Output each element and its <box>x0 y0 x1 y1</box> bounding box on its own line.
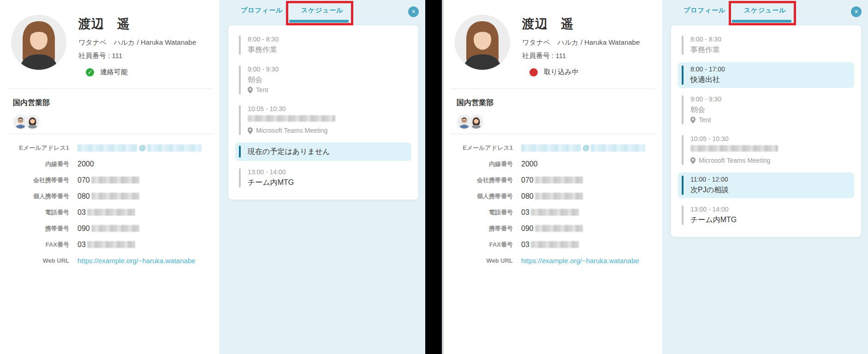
schedule-item-time: 9:00 - 9:30 <box>248 65 279 73</box>
schedule-item-time: 9:00 - 9:30 <box>690 95 721 103</box>
field-label: 会社携帯番号 <box>0 176 69 184</box>
schedule-item-bar <box>682 65 684 85</box>
person-furigana: ワタナベ ハルカ / Haruka Watanabe <box>522 38 640 47</box>
schedule-item: 10:05 - 10:30Microsoft Teams Meeting <box>235 102 411 138</box>
field-value: 2000 <box>77 160 94 168</box>
schedule-item-content: 11:00 - 12:00次PJの相談 <box>690 176 729 195</box>
schedule-item-content: 9:00 - 9:30朝会Tent <box>690 95 721 124</box>
annotation-box <box>729 1 796 25</box>
profile-field-row: FAX番号03 <box>0 236 220 253</box>
member-avatar[interactable] <box>469 114 484 130</box>
schedule-item-time: 13:00 - 14:00 <box>248 168 294 176</box>
schedule-item: 11:00 - 12:00次PJの相談 <box>678 172 854 198</box>
field-value-prefix: 070 <box>77 176 90 184</box>
person-name: 渡辺 遥 <box>522 16 640 32</box>
schedule-item-bar <box>682 95 684 124</box>
field-label: 内線番号 <box>444 160 513 168</box>
field-label: Web URL <box>0 257 69 264</box>
at-sign: @ <box>139 144 146 152</box>
schedule-item-title: チーム内MTG <box>690 214 737 225</box>
schedule-section: プロフィール スケジュール ✕ 8:00 - 8:30事務作業9:00 - 9:… <box>220 0 425 354</box>
profile-fields: Eメールアドレス1@内線番号2000会社携帯番号070個人携帯番号080電話番号… <box>0 140 220 269</box>
schedule-item-content: 8:00 - 8:30事務作業 <box>248 35 279 55</box>
schedule-item-title: チーム内MTG <box>248 177 294 188</box>
profile-field-row: Web URLhttps://example.org/~haruka.watan… <box>0 253 220 269</box>
field-value-prefix: 090 <box>77 224 90 233</box>
field-label: Eメールアドレス1 <box>0 144 69 152</box>
location-pin-icon <box>690 117 696 124</box>
tab-profile[interactable]: プロフィール <box>684 6 726 15</box>
contact-card-available: 渡辺 遥 ワタナベ ハルカ / Haruka Watanabe 社員番号 : 1… <box>0 0 425 354</box>
member-photo-woman <box>470 115 483 129</box>
field-value: 2000 <box>521 160 538 168</box>
field-value: 03 <box>521 208 579 217</box>
schedule-item-bar <box>682 176 684 195</box>
schedule-item-location: Tent <box>256 86 268 94</box>
identity-block: 渡辺 遥 ワタナベ ハルカ / Haruka Watanabe 社員番号 : 1… <box>78 15 196 77</box>
profile-field-row: 会社携帯番号070 <box>444 172 662 188</box>
department-members <box>457 114 649 130</box>
schedule-item-bar <box>239 35 241 55</box>
field-value: 03 <box>77 208 135 217</box>
redacted-number <box>91 225 139 232</box>
department-members <box>13 114 207 130</box>
redacted-number <box>535 177 583 183</box>
redacted-email-local <box>77 144 137 152</box>
screen: 渡辺 遥 ワタナベ ハルカ / Haruka Watanabe 社員番号 : 1… <box>0 0 868 354</box>
profile-fields: Eメールアドレス1@内線番号2000会社携帯番号070個人携帯番号080電話番号… <box>444 140 662 269</box>
redacted-number <box>535 225 583 232</box>
schedule-section: プロフィール スケジュール ✕ 8:00 - 8:30事務作業8:00 - 17… <box>662 0 868 354</box>
web-url-link[interactable]: https://example.org/~haruka.watanabe <box>521 257 639 265</box>
person-name: 渡辺 遥 <box>78 16 196 32</box>
department-section: 国内営業部 <box>444 89 662 130</box>
field-value: 080 <box>77 192 139 201</box>
field-label: 個人携帯番号 <box>444 192 513 201</box>
profile-avatar <box>11 15 66 70</box>
schedule-item: 8:00 - 8:30事務作業 <box>678 32 854 58</box>
schedule-item-location: Tent <box>699 116 711 124</box>
schedule-item: 現在の予定はありません <box>235 142 411 161</box>
schedule-item: 9:00 - 9:30朝会Tent <box>235 62 411 98</box>
redacted-schedule-title <box>248 115 335 122</box>
schedule-item-title: 朝会 <box>248 74 279 85</box>
close-icon[interactable]: ✕ <box>851 6 862 17</box>
profile-field-row: 電話番号03 <box>444 204 662 220</box>
schedule-card: 8:00 - 8:30事務作業8:00 - 17:00快適出社9:00 - 9:… <box>671 25 861 237</box>
field-value-prefix: 03 <box>77 208 86 217</box>
field-label: 個人携帯番号 <box>0 192 69 201</box>
field-value: @ <box>521 144 645 152</box>
tab-profile[interactable]: プロフィール <box>241 6 283 15</box>
schedule-item-location: Microsoft Teams Meeting <box>256 126 327 135</box>
profile-field-row: 携帯番号090 <box>0 220 220 236</box>
member-photo-woman <box>26 115 39 129</box>
redacted-schedule-title <box>690 145 778 152</box>
profile-field-row: 内線番号2000 <box>444 156 662 172</box>
schedule-item-content: 8:00 - 17:00快適出社 <box>690 65 725 85</box>
member-avatar[interactable] <box>25 114 40 130</box>
profile-section: 渡辺 遥 ワタナベ ハルカ / Haruka Watanabe 社員番号 : 1… <box>444 0 662 354</box>
close-icon[interactable]: ✕ <box>408 6 419 17</box>
profile-field-row: 内線番号2000 <box>0 156 220 172</box>
redacted-email-domain <box>147 144 202 152</box>
profile-field-row: Eメールアドレス1@ <box>0 140 220 156</box>
schedule-item: 9:00 - 9:30朝会Tent <box>678 92 854 128</box>
profile-section: 渡辺 遥 ワタナベ ハルカ / Haruka Watanabe 社員番号 : 1… <box>0 0 220 354</box>
schedule-item: 8:00 - 17:00快適出社 <box>678 62 854 88</box>
web-url-link[interactable]: https://example.org/~haruka.watanabe <box>77 257 196 265</box>
field-value-prefix: 080 <box>521 192 534 201</box>
field-label: FAX番号 <box>444 241 513 249</box>
schedule-item-bar <box>682 35 684 55</box>
redacted-number <box>91 177 139 183</box>
schedule-item-location-row: Tent <box>690 116 721 124</box>
schedule-item-bar <box>239 146 241 158</box>
field-value-prefix: 090 <box>521 224 534 233</box>
field-value: https://example.org/~haruka.watanabe <box>521 257 639 265</box>
profile-photo <box>11 15 66 70</box>
schedule-item-title: 次PJの相談 <box>690 184 729 195</box>
field-label: Eメールアドレス1 <box>444 144 513 152</box>
redacted-number <box>531 241 579 248</box>
field-value-prefix: 03 <box>521 208 529 217</box>
schedule-item-time: 8:00 - 8:30 <box>248 35 279 43</box>
schedule-item-time: 11:00 - 12:00 <box>690 176 729 183</box>
schedule-item-bar <box>239 65 241 94</box>
